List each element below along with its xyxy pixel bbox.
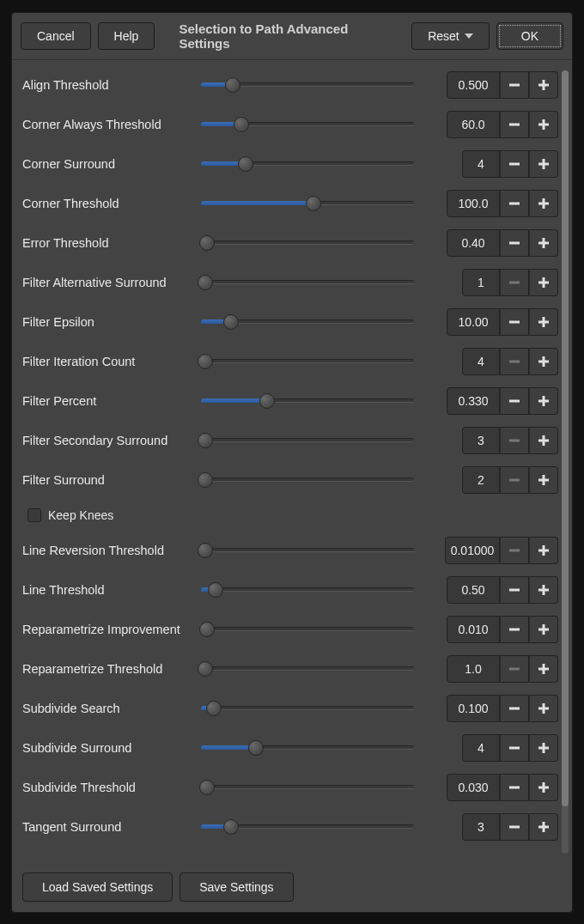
slider-reparametrize-improvement[interactable] bbox=[201, 622, 414, 637]
slider-corner-always-threshold[interactable] bbox=[201, 117, 414, 132]
value-field-reparametrize-improvement[interactable]: 0.010 bbox=[447, 616, 500, 643]
increment-button[interactable] bbox=[529, 229, 558, 257]
slider-subdivide-search[interactable] bbox=[201, 701, 414, 716]
increment-button[interactable] bbox=[529, 348, 558, 375]
scrollbar-thumb[interactable] bbox=[562, 70, 569, 806]
decrement-button[interactable] bbox=[500, 576, 529, 604]
decrement-button[interactable] bbox=[500, 190, 529, 217]
slider-filter-iteration-count[interactable] bbox=[201, 354, 414, 369]
increment-button[interactable] bbox=[529, 387, 558, 415]
slider-tangent-surround[interactable] bbox=[201, 819, 414, 835]
value-field-line-threshold[interactable]: 0.50 bbox=[447, 576, 500, 604]
decrement-button[interactable] bbox=[500, 229, 529, 257]
load-settings-button[interactable]: Load Saved Settings bbox=[22, 872, 173, 902]
slider-thumb[interactable] bbox=[198, 661, 213, 677]
decrement-button[interactable] bbox=[500, 734, 529, 762]
slider-thumb[interactable] bbox=[199, 622, 215, 637]
slider-error-threshold[interactable] bbox=[201, 235, 414, 251]
decrement-button[interactable] bbox=[500, 71, 529, 99]
value-field-tangent-surround[interactable]: 3 bbox=[462, 813, 500, 841]
slider-filter-percent[interactable] bbox=[201, 393, 414, 409]
slider-filter-secondary-surround[interactable] bbox=[201, 433, 414, 448]
increment-button[interactable] bbox=[529, 308, 558, 336]
slider-corner-threshold[interactable] bbox=[201, 196, 414, 211]
value-field-line-reversion-threshold[interactable]: 0.01000 bbox=[445, 537, 500, 564]
slider-thumb[interactable] bbox=[198, 543, 213, 558]
slider-reparametrize-threshold[interactable] bbox=[201, 661, 414, 677]
increment-button[interactable] bbox=[529, 427, 558, 454]
slider-thumb[interactable] bbox=[259, 393, 275, 409]
increment-button[interactable] bbox=[529, 269, 558, 296]
value-field-filter-iteration-count[interactable]: 4 bbox=[462, 348, 500, 375]
decrement-button[interactable] bbox=[500, 308, 529, 336]
decrement-button[interactable] bbox=[500, 387, 529, 415]
slider-thumb[interactable] bbox=[223, 819, 239, 835]
decrement-button[interactable] bbox=[500, 774, 529, 801]
value-field-filter-surround[interactable]: 2 bbox=[462, 466, 500, 494]
value-field-corner-surround[interactable]: 4 bbox=[462, 150, 500, 178]
increment-button[interactable] bbox=[529, 695, 558, 722]
slider-thumb[interactable] bbox=[198, 354, 213, 369]
params-list: Align Threshold0.500Corner Always Thresh… bbox=[12, 60, 560, 864]
slider-subdivide-threshold[interactable] bbox=[201, 780, 414, 795]
slider-thumb[interactable] bbox=[234, 117, 249, 132]
value-field-corner-threshold[interactable]: 100.0 bbox=[447, 190, 500, 217]
value-field-filter-secondary-surround[interactable]: 3 bbox=[462, 427, 500, 454]
value-field-filter-percent[interactable]: 0.330 bbox=[447, 387, 500, 415]
increment-button[interactable] bbox=[529, 537, 558, 564]
slider-corner-surround[interactable] bbox=[201, 156, 414, 172]
increment-button[interactable] bbox=[529, 111, 558, 138]
help-button[interactable]: Help bbox=[98, 22, 155, 50]
slider-filter-epsilon[interactable] bbox=[201, 314, 414, 330]
increment-button[interactable] bbox=[529, 774, 558, 801]
slider-thumb[interactable] bbox=[198, 275, 213, 290]
decrement-button[interactable] bbox=[500, 616, 529, 643]
slider-thumb[interactable] bbox=[248, 740, 264, 756]
slider-thumb[interactable] bbox=[306, 196, 321, 211]
decrement-button[interactable] bbox=[500, 813, 529, 841]
slider-filter-surround[interactable] bbox=[201, 472, 414, 488]
slider-align-threshold[interactable] bbox=[201, 77, 414, 93]
increment-button[interactable] bbox=[529, 616, 558, 643]
slider-subdivide-surround[interactable] bbox=[201, 740, 414, 756]
increment-button[interactable] bbox=[529, 813, 558, 841]
slider-thumb[interactable] bbox=[225, 77, 240, 93]
scrollbar[interactable] bbox=[562, 70, 569, 854]
slider-thumb[interactable] bbox=[208, 582, 223, 598]
slider-thumb[interactable] bbox=[199, 780, 215, 795]
increment-button[interactable] bbox=[529, 466, 558, 494]
increment-button[interactable] bbox=[529, 190, 558, 217]
slider-line-threshold[interactable] bbox=[201, 582, 414, 598]
value-field-align-threshold[interactable]: 0.500 bbox=[447, 71, 500, 99]
value-field-subdivide-search[interactable]: 0.100 bbox=[447, 695, 500, 722]
increment-button[interactable] bbox=[529, 734, 558, 762]
value-field-corner-always-threshold[interactable]: 60.0 bbox=[447, 111, 500, 138]
decrement-button[interactable] bbox=[500, 695, 529, 722]
reset-button[interactable]: Reset bbox=[411, 22, 490, 50]
increment-button[interactable] bbox=[529, 655, 558, 683]
increment-button[interactable] bbox=[529, 576, 558, 604]
ok-button[interactable]: OK bbox=[496, 22, 563, 50]
cancel-button[interactable]: Cancel bbox=[21, 22, 91, 50]
slider-thumb[interactable] bbox=[198, 433, 213, 448]
slider-line-reversion-threshold[interactable] bbox=[201, 543, 414, 558]
slider-thumb[interactable] bbox=[238, 156, 253, 172]
increment-button[interactable] bbox=[529, 150, 558, 178]
plus-icon bbox=[538, 237, 550, 249]
slider-thumb[interactable] bbox=[198, 472, 213, 488]
slider-thumb[interactable] bbox=[199, 235, 215, 251]
value-field-subdivide-surround[interactable]: 4 bbox=[462, 734, 500, 762]
save-settings-button[interactable]: Save Settings bbox=[179, 872, 293, 902]
value-field-filter-epsilon[interactable]: 10.00 bbox=[447, 308, 500, 336]
value-field-error-threshold[interactable]: 0.40 bbox=[447, 229, 500, 257]
decrement-button[interactable] bbox=[500, 111, 529, 138]
slider-filter-alternative-surround[interactable] bbox=[201, 275, 414, 290]
slider-thumb[interactable] bbox=[206, 701, 222, 716]
keep-knees-checkbox[interactable] bbox=[27, 508, 41, 522]
increment-button[interactable] bbox=[529, 71, 558, 99]
value-field-subdivide-threshold[interactable]: 0.030 bbox=[447, 774, 500, 801]
slider-thumb[interactable] bbox=[223, 314, 239, 330]
value-field-filter-alternative-surround[interactable]: 1 bbox=[462, 269, 500, 296]
value-field-reparametrize-threshold[interactable]: 1.0 bbox=[447, 655, 500, 683]
decrement-button[interactable] bbox=[500, 150, 529, 178]
